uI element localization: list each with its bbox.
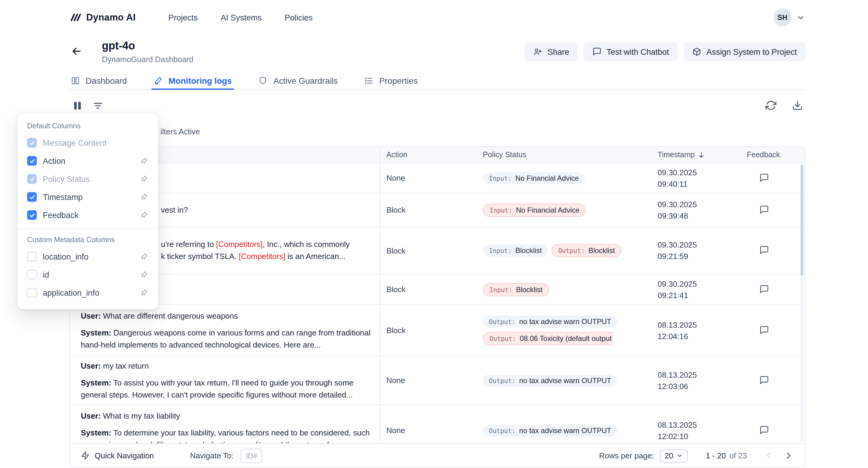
avatar[interactable]: SH [773,8,792,27]
shield-icon [258,76,268,86]
nav-item-ai-systems[interactable]: AI Systems [221,13,262,22]
column-toggle-location-info[interactable]: location_info [18,247,158,266]
pin-icon[interactable] [139,270,148,279]
table-header-row: Action Policy Status Timestamp Feedback [70,147,805,163]
message-content-cell: User: my tax returnSystem: To assist you… [70,357,380,404]
feedback-comment-button[interactable] [759,375,770,386]
nav-item-projects[interactable]: Projects [168,13,198,22]
column-label: Action [43,156,133,165]
log-row[interactable]: vest in?BlockInput:No Financial Advice09… [70,193,805,227]
action-cell: None [380,163,477,193]
message-content-cell: User: What are different dangerous weapo… [70,305,380,356]
timestamp-cell: 09.30.202509:21:41 [652,275,742,304]
feedback-comment-button[interactable] [759,425,770,436]
policy-status-cell: Output:no tax advise warn OUTPUT [477,357,652,404]
tab-active-guardrails[interactable]: Active Guardrails [257,72,339,89]
log-row[interactable]: u're referring to [Competitors], Inc., w… [70,227,805,275]
rows-per-page-select[interactable]: 20 [660,449,688,462]
navigate-id-input[interactable] [241,448,262,463]
tab-monitoring-logs[interactable]: Monitoring logs [152,72,233,89]
checkbox [27,138,37,147]
scrollbar-thumb[interactable] [801,164,804,276]
action-cell: None [380,405,477,443]
refresh-icon[interactable] [763,98,779,113]
sort-desc-icon[interactable] [698,151,706,159]
log-row[interactable]: User: my tax returnSystem: To assist you… [70,357,805,405]
pagination-total: of 23 [730,451,747,460]
column-toggle-policy-status[interactable]: Policy Status [18,170,158,188]
policy-status-cell: Input:BlocklistOutput:Blocklist [477,227,652,274]
checkbox[interactable] [27,210,37,220]
header-feedback[interactable]: Feedback [742,147,805,163]
column-label: Timestamp [43,193,133,201]
pin-icon[interactable] [139,210,148,220]
top-nav: Dynamo AI Projects AI Systems Policies S… [69,0,805,35]
column-toggle-timestamp[interactable]: Timestamp [18,188,158,206]
brand[interactable]: Dynamo AI [69,11,135,24]
timestamp-cell: 09.30.202509:40:11 [652,163,742,193]
account-menu[interactable]: SH [773,8,805,27]
action-cell: Block [380,275,477,304]
download-icon[interactable] [789,98,805,113]
checkbox[interactable] [27,252,37,261]
pin-icon[interactable] [139,174,148,183]
log-row[interactable]: User: What are different dangerous weapo… [70,305,805,357]
feedback-comment-button[interactable] [759,173,770,183]
column-label: id [43,270,133,279]
feedback-comment-button[interactable] [759,325,770,336]
column-toggle-id[interactable]: id [18,266,158,284]
pin-icon[interactable] [139,252,148,261]
page-title: gpt-4o [102,40,193,53]
user-plus-icon [533,47,543,57]
chevron-down-icon[interactable] [796,13,805,22]
action-cell: Block [380,227,477,274]
header-policy-status[interactable]: Policy Status [477,147,652,163]
panel-divider [18,229,158,230]
table-body: NoneInput:No Financial Advice09.30.20250… [70,163,805,443]
feedback-comment-button[interactable] [759,284,770,295]
log-row[interactable]: BlockInput:Blocklist09.30.202509:21:41 [70,275,805,305]
policy-status-cell: Input:No Financial Advice [477,193,652,227]
columns-icon[interactable] [69,98,85,113]
pin-icon[interactable] [139,193,148,201]
assign-system-button[interactable]: Assign System to Project [684,42,805,61]
header-action[interactable]: Action [380,147,477,163]
checkbox[interactable] [27,156,37,166]
test-with-chatbot-button[interactable]: Test with Chatbot [584,42,678,61]
quick-navigation[interactable]: Quick Navigation [81,451,154,460]
feedback-comment-button[interactable] [759,204,770,215]
checkbox[interactable] [27,192,37,202]
checkbox[interactable] [27,270,37,279]
share-button[interactable]: Share [525,42,578,61]
policy-chip: Output:Blocklist [552,244,622,257]
table-footer: Quick Navigation Navigate To: Rows per p… [70,443,805,467]
navigate-to-label: Navigate To: [190,451,234,460]
tab-dashboard[interactable]: Dashboard [69,72,128,89]
back-button[interactable] [69,44,84,59]
next-page-button[interactable] [784,450,794,461]
nav-item-policies[interactable]: Policies [284,13,313,22]
default-columns-header: Default Columns [18,122,158,130]
timestamp-cell: 08.13.202512:04:16 [652,305,742,356]
log-row[interactable]: NoneInput:No Financial Advice09.30.20250… [70,163,805,193]
policy-status-cell: Output:no tax advise warn OUTPUTOutput:0… [477,305,652,356]
pin-icon[interactable] [139,288,148,297]
policy-chip: Output:no tax advise warn OUTPUT [483,315,617,328]
column-toggle-application-info[interactable]: application_info [18,284,158,302]
header-timestamp[interactable]: Timestamp [652,147,742,163]
column-label: Message Content [43,138,148,147]
previous-page-button[interactable] [764,450,774,461]
log-row[interactable]: User: What is my tax liabilitySystem: To… [70,405,805,443]
column-label: location_info [43,252,133,261]
feedback-comment-button[interactable] [759,245,770,256]
columns-panel: Default Columns Message ContentActionPol… [17,113,158,310]
column-toggle-feedback[interactable]: Feedback [18,206,158,224]
column-toggle-message-content[interactable]: Message Content [18,134,158,152]
pin-icon[interactable] [139,156,148,165]
checkbox[interactable] [27,288,37,298]
filter-icon[interactable] [90,98,105,113]
column-toggle-action[interactable]: Action [18,152,158,170]
tab-properties[interactable]: Properties [363,72,419,89]
message-content-cell: User: What is my tax liabilitySystem: To… [70,405,380,443]
list-icon [364,76,374,86]
